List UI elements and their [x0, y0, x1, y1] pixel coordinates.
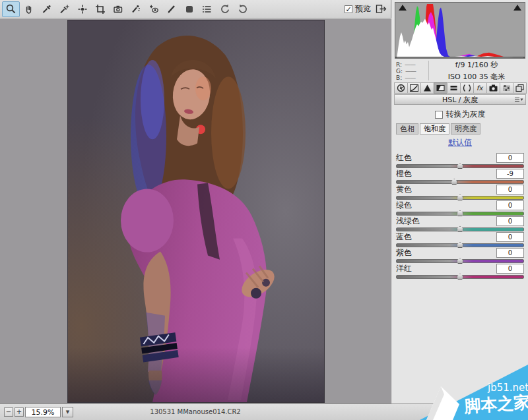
zoom-in-button[interactable]: +	[15, 407, 24, 417]
color-sampler-tool-icon[interactable]	[55, 1, 73, 17]
b-value: ——	[405, 75, 415, 81]
hand-tool-icon[interactable]	[20, 1, 38, 17]
tab-split-toning-icon[interactable]	[447, 82, 461, 94]
slider-label: 浅绿色	[396, 216, 420, 227]
hsl-sliders: 红色 0 橙色 -9 黄色 0 绿色 0	[396, 153, 524, 280]
tab-lens-corrections-icon[interactable]	[460, 82, 474, 94]
white-balance-tool-icon[interactable]	[38, 1, 55, 17]
filename-label: 130531 MManouse014.CR2	[67, 408, 323, 415]
slider-label: 蓝色	[396, 231, 412, 243]
slider-value[interactable]: 0	[496, 153, 524, 163]
slider-label: 绿色	[396, 200, 412, 211]
hsl-subtabs: 色相 饱和度 明亮度	[396, 123, 524, 135]
exposure-info: f/9 1/160 秒 ISO 100 35 毫米	[429, 61, 524, 80]
convert-grayscale-row[interactable]: 转换为灰度	[396, 109, 524, 119]
r-value: ——	[405, 61, 415, 68]
g-value: ——	[405, 68, 416, 75]
histogram	[395, 2, 525, 59]
iso-focal: ISO 100 35 毫米	[429, 72, 524, 82]
histogram-plot	[395, 3, 525, 58]
zoom-tool-icon[interactable]	[2, 1, 20, 17]
tab-camera-calibration-icon[interactable]	[486, 82, 500, 94]
hsl-slider-row: 黄色 0	[396, 185, 524, 200]
highlight-clipping-warning[interactable]	[513, 5, 521, 11]
hsl-slider-row: 绿色 0	[396, 200, 524, 216]
shadow-clipping-warning[interactable]	[399, 5, 407, 11]
slider-value[interactable]: 0	[496, 216, 524, 226]
panel-title: HSL / 灰度	[442, 95, 478, 105]
tab-tone-curve-icon[interactable]	[407, 82, 421, 94]
preview-checkbox[interactable]: ✓	[345, 5, 352, 13]
b-label: B:	[396, 75, 402, 81]
preview-toggle[interactable]: ✓ 预览	[345, 3, 371, 15]
hsl-slider-row: 紫色 0	[396, 248, 524, 264]
spot-removal-tool-icon[interactable]	[127, 1, 145, 17]
targeted-adjustment-tool-icon[interactable]	[73, 1, 91, 17]
slider-track[interactable]	[396, 180, 524, 184]
tab-basic-icon[interactable]	[394, 82, 408, 94]
tab-luminance[interactable]: 明亮度	[451, 123, 480, 135]
toolbar: ✓ 预览	[0, 0, 391, 18]
slider-label: 紫色	[396, 247, 412, 258]
slider-label: 红色	[396, 152, 412, 164]
red-eye-tool-icon[interactable]	[145, 1, 162, 17]
slider-label: 洋红	[396, 263, 412, 274]
slider-value[interactable]: 0	[496, 185, 524, 195]
tab-hsl-grayscale-icon[interactable]	[434, 82, 447, 94]
g-label: G:	[396, 68, 403, 75]
zoom-controls: − + 15.9% ▼	[4, 407, 73, 417]
grayscale-label: 转换为灰度	[446, 109, 486, 120]
straighten-tool-icon[interactable]	[109, 1, 127, 17]
panel-icon-tabs: fx	[394, 82, 526, 94]
hsl-slider-row: 蓝色 0	[396, 232, 524, 248]
hsl-slider-row: 红色 0	[396, 153, 524, 169]
zoom-level-field[interactable]: 15.9%	[25, 407, 61, 417]
panel-title-bar: HSL / 灰度	[394, 94, 526, 105]
camera-raw-window: ✓ 预览	[0, 0, 528, 420]
zoom-out-button[interactable]: −	[4, 407, 13, 417]
tab-snapshots-icon[interactable]	[513, 82, 527, 94]
camera-info: R:—— G:—— B:—— f/9 1/160 秒 ISO 100 35 毫米	[396, 61, 524, 80]
hsl-slider-row: 洋红 0	[396, 264, 524, 280]
slider-value[interactable]: 0	[496, 200, 524, 210]
panel-menu-icon[interactable]	[514, 96, 523, 105]
tab-saturation[interactable]: 饱和度	[420, 123, 449, 135]
preview-label: 预览	[355, 3, 371, 15]
photo-preview[interactable]	[67, 20, 325, 403]
preferences-tool-icon[interactable]	[198, 1, 216, 17]
status-bar: − + 15.9% ▼ 130531 MManouse014.CR2	[0, 404, 528, 420]
tab-effects-icon[interactable]: fx	[473, 82, 487, 94]
slider-value[interactable]: 0	[496, 248, 524, 258]
slider-label: 橙色	[396, 168, 412, 179]
slider-value[interactable]: 0	[496, 232, 524, 242]
r-label: R:	[396, 61, 402, 68]
slider-value[interactable]: 0	[496, 264, 524, 274]
hsl-panel-body: 转换为灰度 色相 饱和度 明亮度 默认值 红色 0 橙色 -9	[392, 105, 528, 280]
image-canvas	[0, 19, 391, 404]
rgb-readout: R:—— G:—— B:——	[396, 61, 429, 80]
rotate-cw-tool-icon[interactable]	[234, 1, 251, 17]
grayscale-checkbox[interactable]	[435, 111, 443, 119]
default-values-link[interactable]: 默认值	[396, 137, 524, 148]
adjustments-panel: R:—— G:—— B:—— f/9 1/160 秒 ISO 100 35 毫米	[392, 0, 528, 404]
hsl-slider-row: 浅绿色 0	[396, 216, 524, 232]
portrait-illustration	[68, 20, 324, 402]
crop-tool-icon[interactable]	[91, 1, 109, 17]
graduated-filter-tool-icon[interactable]	[180, 1, 198, 17]
svg-text:fx: fx	[477, 84, 484, 92]
adjustment-brush-tool-icon[interactable]	[162, 1, 180, 17]
fullscreen-toggle-button[interactable]	[374, 3, 389, 16]
aperture-shutter: f/9 1/160 秒	[429, 60, 524, 70]
hsl-slider-row: 橙色 -9	[396, 169, 524, 185]
tab-presets-icon[interactable]	[500, 82, 513, 94]
slider-label: 黄色	[396, 184, 412, 195]
tab-detail-icon[interactable]	[420, 82, 434, 94]
tab-hue[interactable]: 色相	[396, 123, 418, 135]
rotate-ccw-tool-icon[interactable]	[216, 1, 234, 17]
slider-value[interactable]: -9	[496, 169, 524, 179]
